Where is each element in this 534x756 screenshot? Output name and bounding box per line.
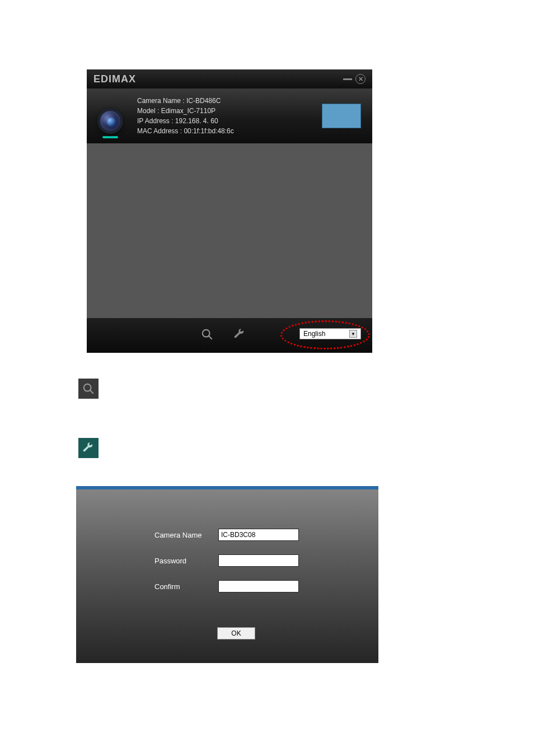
close-button[interactable]: ✕: [355, 74, 366, 84]
confirm-password-input[interactable]: [218, 580, 299, 592]
titlebar: EDIMAX ✕: [87, 69, 372, 88]
svg-line-3: [90, 390, 93, 394]
search-button[interactable]: [199, 326, 216, 343]
mac-value: 00:1f:1f:bd:48:6c: [184, 127, 233, 135]
camera-status-led: [102, 136, 118, 138]
callout-wrench-icon: [78, 438, 99, 458]
confirm-label: Confirm: [154, 582, 218, 591]
magnifier-icon: [82, 382, 95, 395]
wrench-icon: [233, 328, 246, 340]
language-dropdown[interactable]: English ▼: [299, 328, 361, 339]
model-value: Edimax_IC-7110P: [161, 107, 216, 115]
ok-button-label: OK: [231, 629, 241, 637]
configure-button[interactable]: [231, 326, 248, 343]
camera-name-label: Camera Name: [154, 531, 218, 539]
camera-list-item[interactable]: Camera Name : IC-BD486C Model : Edimax_I…: [87, 88, 372, 143]
minimize-button[interactable]: [343, 78, 352, 80]
svg-line-1: [209, 336, 212, 339]
camera-list-empty-area: [87, 143, 372, 318]
ok-button[interactable]: OK: [217, 627, 255, 640]
camera-thumbnail: [93, 94, 127, 138]
brand-logo: EDIMAX: [93, 73, 136, 85]
mac-label: MAC Address :: [137, 127, 184, 135]
camera-info-block: Camera Name : IC-BD486C Model : Edimax_I…: [137, 96, 234, 136]
wrench-icon: [82, 442, 95, 454]
password-label: Password: [154, 557, 218, 565]
camera-preview-thumbnail: [322, 104, 361, 128]
language-selected: English: [303, 330, 325, 338]
camera-name-label: Camera Name :: [137, 97, 186, 105]
footer-toolbar: English ▼: [87, 318, 372, 353]
password-input[interactable]: [218, 554, 299, 567]
camera-name-value: IC-BD486C: [186, 97, 221, 105]
ip-label: IP Address :: [137, 117, 175, 125]
camera-discovery-window: EDIMAX ✕ Camera Name : IC-BD486C Model :…: [87, 69, 372, 353]
camera-lens-icon: [97, 108, 123, 134]
model-label: Model :: [137, 107, 161, 115]
window-controls: ✕: [343, 74, 366, 84]
camera-name-input[interactable]: [218, 529, 299, 541]
camera-credentials-dialog: Camera Name Password Confirm OK: [76, 486, 378, 663]
callout-magnifier-icon: [78, 379, 99, 399]
chevron-down-icon: ▼: [349, 330, 357, 338]
magnifier-icon: [201, 328, 213, 340]
ip-value: 192.168. 4. 60: [175, 117, 218, 125]
